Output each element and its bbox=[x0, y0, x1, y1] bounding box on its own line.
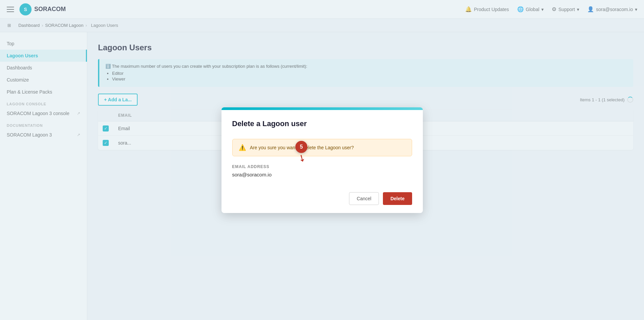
email-field-value: sora@soracom.io bbox=[232, 172, 412, 177]
modal-title: Delete a Lagoon user bbox=[232, 119, 412, 128]
cancel-button[interactable]: Cancel bbox=[349, 192, 379, 205]
modal-accent-bar bbox=[221, 107, 423, 110]
step-number: 5 bbox=[300, 144, 303, 150]
modal-overlay: Delete a Lagoon user ⚠️ Are you sure you… bbox=[0, 0, 644, 320]
modal-header: Delete a Lagoon user bbox=[221, 110, 423, 134]
modal-footer: Cancel Delete bbox=[221, 187, 423, 213]
delete-button[interactable]: Delete bbox=[383, 192, 412, 205]
warning-icon: ⚠️ bbox=[239, 144, 246, 151]
email-field-label: EMAIL ADDRESS bbox=[232, 164, 412, 169]
modal-body: ⚠️ Are you sure you want to delete the L… bbox=[221, 134, 423, 187]
delete-modal: Delete a Lagoon user ⚠️ Are you sure you… bbox=[221, 107, 423, 213]
warning-box: ⚠️ Are you sure you want to delete the L… bbox=[232, 139, 412, 156]
